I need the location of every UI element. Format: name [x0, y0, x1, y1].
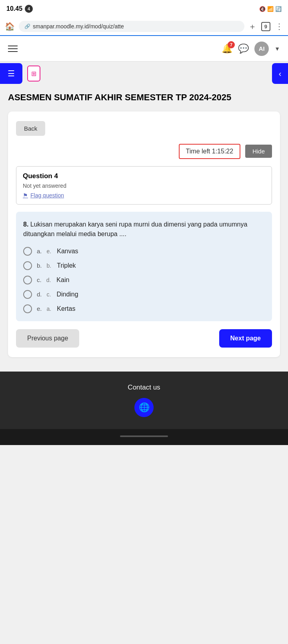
option-text-2: Triplek — [57, 262, 76, 269]
notification-button[interactable]: 🔔 7 — [222, 44, 232, 54]
status-time: 10.45 4 — [6, 5, 33, 13]
more-options-button[interactable]: ⋮ — [275, 22, 283, 31]
quiz-title: ASESMEN SUMATIF AKHIR SEMESTER TP 2024-2… — [8, 92, 280, 103]
timer-row: Time left 1:15:22 Hide — [16, 144, 272, 159]
hamburger-menu[interactable] — [8, 46, 18, 52]
option-item-2[interactable]: b. b. Triplek — [23, 261, 265, 270]
hamburger-line — [8, 51, 18, 52]
quiz-controls-bar: ☰ ⊞ ‹ — [0, 62, 288, 85]
lock-icon: 🔗 — [24, 24, 30, 29]
quiz-nav-icon[interactable]: ⊞ — [27, 66, 40, 81]
option-item-3[interactable]: c. d. Kain — [23, 276, 265, 284]
user-avatar[interactable]: AI — [254, 42, 269, 56]
option-prefix-5: a. — [47, 306, 52, 312]
footer-globe-button[interactable]: 🌐 — [134, 398, 154, 417]
nav-right: 🔔 7 💬 AI ▼ — [222, 42, 280, 56]
question-text: 8. Lukisan merupakan karya seni rupa mur… — [23, 220, 265, 239]
flag-question-link[interactable]: ⚑ Flag question — [23, 192, 265, 199]
globe-icon: 🌐 — [139, 402, 150, 413]
option-text-4: Dinding — [56, 291, 78, 298]
hamburger-line — [8, 48, 18, 49]
option-item-4[interactable]: d. c. Dinding — [23, 290, 265, 299]
status-notification-badge: 4 — [25, 5, 33, 13]
option-radio-2[interactable] — [23, 261, 32, 270]
next-page-button[interactable]: Next page — [219, 329, 272, 348]
url-text: smanpar.moodle.my.id/mod/quiz/atte — [33, 23, 124, 30]
avatar-dropdown-arrow[interactable]: ▼ — [274, 46, 280, 52]
browser-actions: ＋ 9 ⋮ — [248, 21, 283, 32]
sidebar-toggle-right[interactable]: ‹ — [272, 63, 288, 84]
quiz-card: Back Time left 1:15:22 Hide Question 4 N… — [8, 111, 280, 357]
notification-count: 7 — [228, 41, 235, 48]
list-icon: ☰ — [8, 69, 15, 78]
option-radio-5[interactable] — [23, 304, 32, 313]
question-status: Not yet answered — [23, 183, 265, 189]
sidebar-toggle-left[interactable]: ☰ — [0, 63, 22, 84]
option-item-5[interactable]: e. a. Kertas — [23, 304, 265, 313]
moodle-nav: 🔔 7 💬 AI ▼ — [0, 36, 288, 62]
mute-icon: 🔇 — [259, 6, 266, 12]
hamburger-line — [8, 46, 18, 46]
status-bar: 10.45 4 🔇 📶 🔄 — [0, 0, 288, 18]
back-button[interactable]: Back — [16, 121, 45, 136]
option-prefix-4: c. — [47, 291, 51, 298]
footer: Contact us 🌐 — [0, 372, 288, 429]
hide-timer-button[interactable]: Hide — [245, 145, 272, 158]
chat-button[interactable]: 💬 — [238, 44, 249, 54]
option-radio-1[interactable] — [23, 247, 32, 256]
previous-page-button[interactable]: Previous page — [16, 329, 79, 348]
grid-icon: ⊞ — [31, 70, 36, 78]
options-list: a. e. Kanvas b. b. Triplek c. d. Kain d.… — [23, 247, 265, 313]
status-icons: 🔇 📶 🔄 — [259, 6, 282, 12]
option-prefix-2: b. — [47, 262, 52, 269]
option-letter-2: b. — [37, 262, 42, 269]
option-text-3: Kain — [56, 276, 69, 284]
option-text-5: Kertas — [57, 305, 75, 312]
option-radio-4[interactable] — [23, 290, 32, 299]
navigation-buttons: Previous page Next page — [16, 329, 272, 348]
url-bar[interactable]: 🔗 smanpar.moodle.my.id/mod/quiz/atte — [19, 21, 244, 32]
timer-display: Time left 1:15:22 — [179, 144, 241, 159]
signal-icon: 📶 — [267, 6, 274, 12]
option-letter-4: d. — [37, 291, 42, 298]
chevron-left-icon: ‹ — [279, 69, 282, 78]
battery-icon: 🔄 — [275, 6, 282, 12]
question-number: Question 4 — [23, 172, 265, 180]
option-prefix-3: d. — [46, 277, 51, 283]
question-info-box: Question 4 Not yet answered ⚑ Flag quest… — [16, 166, 272, 205]
option-item-1[interactable]: a. e. Kanvas — [23, 247, 265, 256]
option-text-1: Kanvas — [57, 248, 78, 255]
option-prefix-1: e. — [47, 248, 52, 254]
page-content: ASESMEN SUMATIF AKHIR SEMESTER TP 2024-2… — [0, 85, 288, 364]
bottom-bar — [0, 429, 288, 445]
time-display: 10.45 — [6, 5, 22, 12]
option-letter-5: e. — [37, 305, 42, 312]
question-content: 8. Lukisan merupakan karya seni rupa mur… — [16, 212, 272, 321]
home-indicator — [120, 435, 168, 437]
new-tab-button[interactable]: ＋ — [248, 21, 256, 32]
footer-contact-title: Contact us — [8, 384, 280, 392]
home-button[interactable]: 🏠 — [5, 22, 15, 31]
option-letter-1: a. — [37, 248, 42, 254]
browser-bar: 🏠 🔗 smanpar.moodle.my.id/mod/quiz/atte ＋… — [0, 18, 288, 36]
tab-count[interactable]: 9 — [261, 22, 270, 31]
option-radio-3[interactable] — [23, 276, 32, 284]
flag-icon: ⚑ — [23, 192, 28, 199]
option-letter-3: c. — [37, 276, 42, 283]
